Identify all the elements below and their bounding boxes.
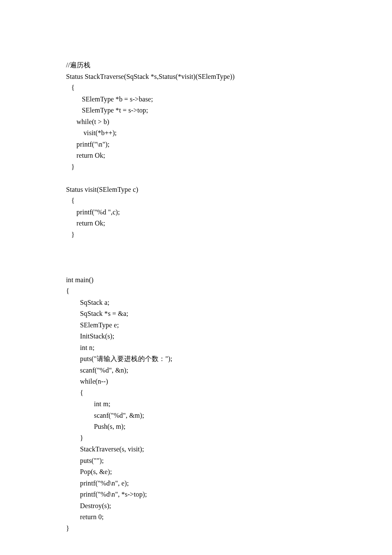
document-page: //遍历栈 Status StackTraverse(SqStack *s,St…: [0, 0, 392, 555]
code-block: //遍历栈 Status StackTraverse(SqStack *s,St…: [66, 60, 358, 534]
